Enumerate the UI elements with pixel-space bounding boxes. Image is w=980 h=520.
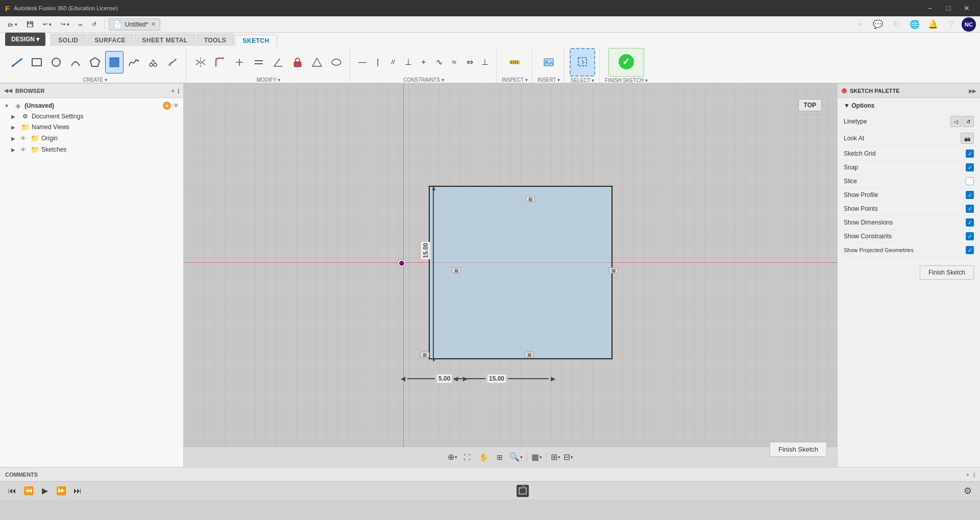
- midpoint-constraint[interactable]: ⊥: [478, 55, 492, 69]
- measure-tool[interactable]: [505, 51, 524, 73]
- minimize-button[interactable]: −: [922, 3, 938, 13]
- next-button[interactable]: ⏩: [55, 485, 67, 497]
- settings-button[interactable]: ⚙: [962, 485, 974, 497]
- tab-sheet-metal[interactable]: SHEET METAL: [134, 34, 195, 46]
- snap-checkbox[interactable]: ✓: [966, 163, 974, 171]
- loop-button[interactable]: ∞: [75, 18, 86, 31]
- circle-tool[interactable]: [47, 51, 65, 73]
- parallel-constraint[interactable]: //: [386, 55, 400, 69]
- redo-button[interactable]: ↪ ▾: [57, 18, 73, 31]
- arc-tool[interactable]: [66, 51, 85, 73]
- horizontal-constraint[interactable]: —: [355, 55, 370, 69]
- undo-button[interactable]: ↩ ▾: [39, 18, 55, 31]
- tree-item-root[interactable]: ▼ ◈ (Unsaved) ● 👁: [0, 100, 183, 111]
- tree-item-origin[interactable]: ▶ 👁 📁 Origin: [0, 133, 183, 144]
- lock-tool[interactable]: [288, 51, 307, 73]
- show-constraints-checkbox[interactable]: ✓: [966, 232, 974, 240]
- equal-tool[interactable]: [250, 51, 268, 73]
- show-profile-checkbox[interactable]: ✓: [966, 191, 974, 199]
- insert-image-tool[interactable]: [540, 51, 558, 73]
- refresh-button[interactable]: ↺: [88, 18, 100, 31]
- eye-icon-root[interactable]: 👁: [173, 102, 179, 109]
- canvas-area[interactable]: 15.00 ▲ ▼ ◀ 5.00 ▶ ◀ 15.00 ▶: [184, 84, 837, 467]
- save-button[interactable]: 💾: [23, 18, 37, 31]
- orbit-dropdown[interactable]: ⊕ ▾: [447, 451, 458, 463]
- line-tool[interactable]: [8, 51, 27, 73]
- tab-solid[interactable]: SOLID: [51, 34, 86, 46]
- prev-button[interactable]: ⏪: [22, 485, 35, 497]
- look-at-button[interactable]: 📷: [961, 133, 974, 144]
- rectangle-tool[interactable]: [28, 51, 46, 73]
- chat-button[interactable]: 💬: [870, 16, 886, 33]
- show-dimensions-checkbox[interactable]: ✓: [966, 218, 974, 227]
- tangent-constraint[interactable]: ∿: [432, 55, 446, 69]
- close-button[interactable]: ✕: [959, 3, 975, 13]
- skip-fwd-button[interactable]: ⏭: [71, 485, 84, 497]
- play-button[interactable]: ▶: [39, 485, 51, 497]
- linetype-btn-2[interactable]: ↺: [963, 116, 974, 127]
- file-button[interactable]: 🗁 ▾: [4, 18, 21, 31]
- show-projected-checkbox[interactable]: ✓: [966, 246, 974, 254]
- polygon-tool[interactable]: [86, 51, 104, 73]
- extend-tool[interactable]: [230, 51, 249, 73]
- fillet-tool[interactable]: [211, 51, 229, 73]
- globe-button[interactable]: 🌐: [906, 16, 923, 33]
- mirror-tool[interactable]: [191, 51, 210, 73]
- user-avatar[interactable]: NC: [962, 17, 976, 32]
- vertical-constraint[interactable]: |: [371, 55, 385, 69]
- inspect-group-label[interactable]: INSPECT ▾: [502, 77, 528, 83]
- linetype-btn-1[interactable]: ◁: [950, 116, 962, 127]
- comments-collapse-button[interactable]: |: [973, 472, 975, 478]
- finish-sketch-group-label[interactable]: FINISH SKETCH ▾: [605, 78, 648, 83]
- eye-icon-sketches[interactable]: 👁: [20, 146, 26, 153]
- show-points-checkbox[interactable]: ✓: [966, 205, 974, 213]
- symmetric-constraint[interactable]: ⇔: [462, 55, 477, 69]
- finish-sketch-bottom-button[interactable]: Finish Sketch: [770, 442, 827, 457]
- tree-item-sketches[interactable]: ▶ 👁 📁 Sketches: [0, 144, 183, 155]
- zoom-dropdown[interactable]: 🔍 ▾: [509, 451, 523, 463]
- select-tool[interactable]: [570, 48, 595, 77]
- display-dropdown[interactable]: ▦ ▾: [531, 451, 543, 463]
- document-tab[interactable]: 📄 Untitled* ✕: [109, 18, 160, 31]
- offset-tool[interactable]: [163, 51, 182, 73]
- select-label[interactable]: SELECT ▾: [571, 78, 595, 83]
- tab-surface[interactable]: SURFACE: [87, 34, 134, 46]
- maximize-button[interactable]: □: [940, 3, 957, 13]
- view-dropdown[interactable]: ⊟ ▾: [563, 451, 574, 463]
- finish-sketch-ribbon-button[interactable]: ✓: [608, 48, 644, 77]
- palette-finish-sketch-button[interactable]: Finish Sketch: [920, 265, 974, 280]
- coincident-constraint[interactable]: +: [416, 55, 431, 69]
- constraints-group-label[interactable]: CONSTRAINTS ▾: [403, 77, 444, 83]
- help-button[interactable]: ?: [943, 16, 960, 33]
- skip-back-button[interactable]: ⏮: [6, 485, 18, 497]
- insert-group-label[interactable]: INSERT ▾: [537, 77, 560, 83]
- sync-button[interactable]: ↻: [888, 16, 904, 33]
- angle-tool[interactable]: [269, 51, 287, 73]
- pan-fit-button[interactable]: ⛶: [460, 450, 474, 464]
- tree-item-named-views[interactable]: ▶ 📁 Named Views: [0, 121, 183, 133]
- grid-dropdown[interactable]: ⊞ ▾: [550, 451, 561, 463]
- zoom-fit-button[interactable]: ⊞: [493, 450, 507, 464]
- slice-checkbox[interactable]: [966, 177, 974, 185]
- browser-plus-button[interactable]: +: [171, 88, 174, 94]
- modify-group-label[interactable]: MODIFY ▾: [257, 77, 280, 83]
- triangle-tool[interactable]: [308, 51, 326, 73]
- perpendicular-constraint[interactable]: ⊥: [401, 55, 415, 69]
- design-button[interactable]: DESIGN ▾: [5, 33, 45, 46]
- browser-collapse-button[interactable]: |: [178, 88, 179, 94]
- palette-expand-button[interactable]: ▸▸: [969, 87, 976, 95]
- spline-tool[interactable]: [125, 51, 143, 73]
- add-button[interactable]: +: [851, 16, 868, 33]
- pan-button[interactable]: ✋: [476, 450, 491, 464]
- eye-icon-origin[interactable]: 👁: [20, 135, 26, 141]
- tab-tools[interactable]: TOOLS: [197, 34, 234, 46]
- create-group-label[interactable]: CREATE ▾: [83, 77, 107, 83]
- trim-tool[interactable]: [144, 51, 162, 73]
- sketch-grid-checkbox[interactable]: ✓: [966, 150, 974, 158]
- sketch-dim-tool[interactable]: [105, 51, 124, 73]
- document-close-icon[interactable]: ✕: [151, 21, 156, 28]
- smooth-constraint[interactable]: ≈: [447, 55, 461, 69]
- comments-plus-button[interactable]: +: [966, 472, 969, 478]
- tab-sketch[interactable]: SKETCH: [235, 35, 277, 47]
- ellipse-tool[interactable]: [327, 51, 346, 73]
